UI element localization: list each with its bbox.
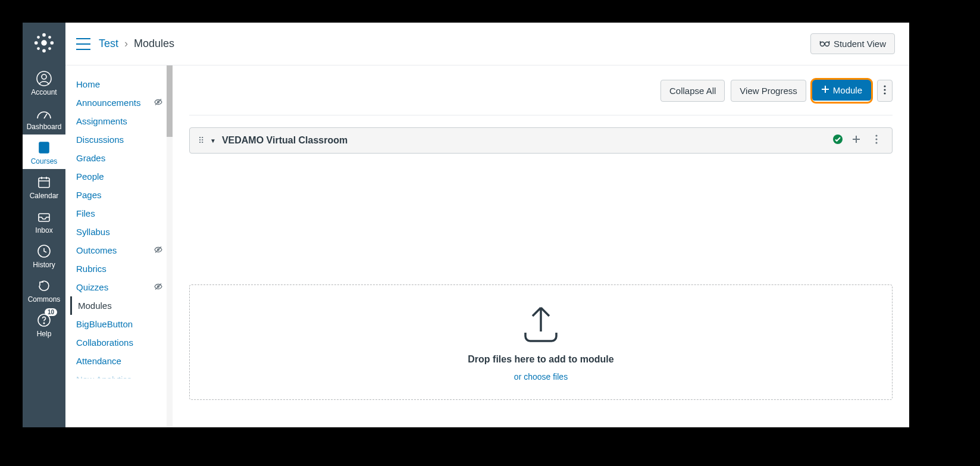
coursenav-rubrics[interactable]: Rubrics: [76, 259, 167, 278]
svg-point-17: [820, 42, 824, 46]
user-circle-icon: [36, 70, 52, 87]
nav-help[interactable]: 10 Help: [23, 307, 65, 342]
coursenav-discussions[interactable]: Discussions: [76, 130, 167, 149]
kebab-icon: [884, 85, 886, 96]
collapse-all-button[interactable]: Collapse All: [660, 80, 725, 102]
choose-files-link[interactable]: or choose files: [514, 372, 568, 381]
share-arrow-icon: [36, 277, 52, 294]
module-add-item-button[interactable]: [849, 135, 863, 146]
chevron-right-icon: ›: [124, 37, 128, 50]
add-module-highlight: Module: [812, 80, 871, 102]
topbar: Test › Modules Student View: [65, 23, 909, 65]
svg-point-6: [48, 36, 51, 39]
coursenav-collaborations[interactable]: Collaborations: [76, 333, 167, 352]
module-header[interactable]: ⠿ ▼ VEDAMO Virtual Classroom: [189, 127, 893, 154]
coursenav-grades[interactable]: Grades: [76, 149, 167, 167]
coursenav-home[interactable]: Home: [76, 75, 167, 93]
coursenav-modules[interactable]: Modules: [70, 296, 167, 315]
svg-point-16: [43, 323, 45, 324]
svg-point-0: [41, 40, 47, 46]
coursenav-new-analytics[interactable]: New Analytics: [76, 370, 167, 379]
eye-off-icon: [154, 245, 163, 256]
canvas-logo-icon[interactable]: [32, 31, 56, 55]
clock-icon: [36, 243, 52, 259]
coursenav-announcements[interactable]: Announcements: [76, 93, 167, 112]
svg-point-24: [884, 92, 885, 94]
svg-point-10: [42, 74, 46, 79]
add-module-button[interactable]: Module: [812, 80, 871, 101]
coursenav-syllabus[interactable]: Syllabus: [76, 223, 167, 241]
eye-off-icon: [154, 282, 163, 293]
nav-account[interactable]: Account: [23, 65, 65, 100]
svg-point-18: [825, 42, 829, 46]
file-dropzone[interactable]: Drop files here to add to module or choo…: [189, 284, 893, 400]
upload-icon: [517, 303, 565, 347]
plus-icon: [821, 85, 829, 95]
svg-point-28: [875, 142, 877, 143]
svg-point-1: [42, 33, 46, 37]
nav-dashboard[interactable]: Dashboard: [23, 100, 65, 135]
dropzone-title: Drop files here to add to module: [468, 354, 613, 365]
svg-rect-12: [39, 178, 49, 187]
nav-calendar[interactable]: Calendar: [23, 169, 65, 204]
view-progress-button[interactable]: View Progress: [731, 80, 806, 102]
drag-handle-icon[interactable]: ⠿: [198, 136, 204, 145]
coursenav-outcomes[interactable]: Outcomes: [76, 241, 167, 259]
page-options-button[interactable]: [877, 80, 893, 102]
coursenav-attendance[interactable]: Attendance: [76, 352, 167, 370]
nav-courses[interactable]: Courses: [23, 135, 65, 169]
breadcrumb: Test › Modules: [99, 37, 174, 50]
hamburger-icon[interactable]: [76, 38, 90, 50]
coursenav-quizzes[interactable]: Quizzes: [76, 278, 167, 296]
svg-point-26: [875, 135, 877, 136]
published-check-icon[interactable]: [832, 134, 843, 147]
coursenav-assignments[interactable]: Assignments: [76, 112, 167, 130]
scrollbar-thumb[interactable]: [167, 65, 173, 137]
help-badge: 10: [45, 308, 57, 316]
svg-rect-11: [39, 142, 49, 153]
nav-commons[interactable]: Commons: [23, 273, 65, 307]
module-options-button[interactable]: [869, 135, 884, 147]
course-nav: Home Announcements Assignments Discussio…: [65, 65, 167, 427]
coursenav-files[interactable]: Files: [76, 204, 167, 223]
svg-point-22: [884, 85, 885, 87]
nav-inbox[interactable]: Inbox: [23, 204, 65, 238]
book-icon: [36, 139, 52, 156]
coursenav-pages[interactable]: Pages: [76, 186, 167, 204]
svg-point-23: [884, 89, 885, 90]
coursenav-people[interactable]: People: [76, 167, 167, 186]
page-body: Collapse All View Progress Module ⠿ ▼: [167, 65, 909, 427]
main-region: Test › Modules Student View Home Announc…: [65, 23, 909, 427]
breadcrumb-course[interactable]: Test: [99, 37, 118, 50]
course-nav-scrollbar[interactable]: [167, 65, 173, 427]
svg-point-2: [42, 49, 46, 52]
coursenav-bigbluebutton[interactable]: BigBlueButton: [76, 315, 167, 333]
caret-down-icon[interactable]: ▼: [210, 137, 216, 144]
page-toolbar: Collapse All View Progress Module: [189, 80, 893, 115]
svg-point-3: [35, 41, 38, 45]
svg-point-4: [50, 41, 54, 45]
gauge-icon: [36, 105, 52, 121]
breadcrumb-page: Modules: [134, 37, 174, 50]
global-nav: Account Dashboard Courses Calendar Inbox…: [23, 23, 65, 427]
content-area: Home Announcements Assignments Discussio…: [65, 65, 909, 427]
calendar-icon: [36, 174, 52, 190]
module-title: VEDAMO Virtual Classroom: [222, 135, 826, 146]
app-frame: Account Dashboard Courses Calendar Inbox…: [23, 23, 909, 427]
student-view-button[interactable]: Student View: [810, 33, 895, 54]
inbox-icon: [36, 208, 52, 225]
glasses-icon: [819, 39, 830, 49]
nav-history[interactable]: History: [23, 238, 65, 273]
svg-point-7: [37, 47, 40, 50]
svg-point-5: [37, 36, 40, 39]
svg-point-8: [48, 47, 51, 50]
svg-point-9: [37, 71, 51, 86]
svg-point-27: [875, 138, 877, 140]
eye-off-icon: [154, 97, 163, 108]
